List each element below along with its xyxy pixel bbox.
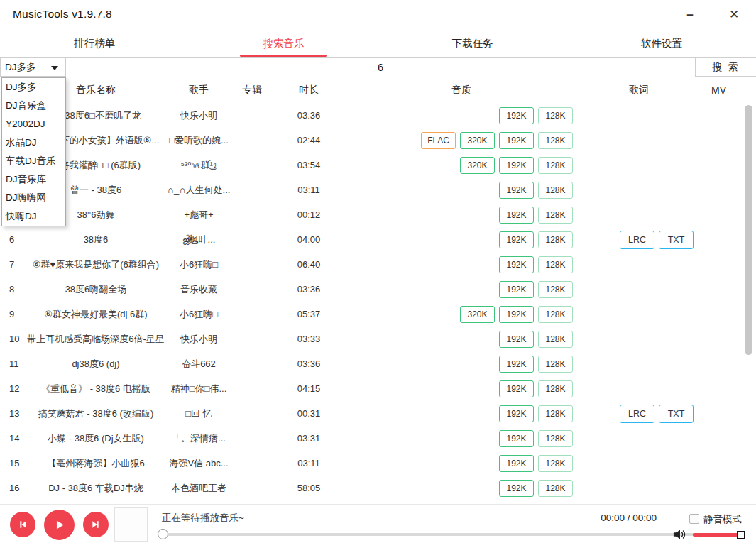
row-index: 14 (0, 433, 25, 444)
table-row[interactable]: 16倍38度6□不磨叽了龙快乐小明03:36192K128K (0, 103, 738, 128)
volume-slider-thumb[interactable] (737, 531, 745, 539)
table-row[interactable]: 13搞笑蘑菇君 - 38度6 (改编版)□回 忆00:31192K128KLRC… (0, 401, 738, 426)
row-index: 13 (0, 408, 25, 419)
album-art-placeholder (114, 507, 148, 542)
player-bar: 正在等待播放音乐~ 00:00 / 00:00 静音模式 (0, 504, 756, 543)
quality-128k-button[interactable]: 128K (538, 107, 573, 124)
quality-192k-button[interactable]: 192K (499, 207, 534, 224)
quality-192k-button[interactable]: 192K (499, 256, 534, 273)
quality-128k-button[interactable]: 128K (538, 182, 573, 199)
song-duration: 06:40 (273, 259, 344, 270)
song-name: 38度6 (25, 234, 167, 246)
table-row[interactable]: 10带上耳机感受高临场深度6倍-星星快乐小明03:33192K128K (0, 327, 738, 351)
lyrics-txt-button[interactable]: TXT (659, 405, 694, 423)
song-name: DJ - 38度6 车载DJ串烧 (25, 482, 167, 495)
search-button[interactable]: 搜 索 (695, 57, 756, 77)
table-row[interactable]: 14小蝶 - 38度6 (Dj女生版)「。深情痞...03:31192K128K (0, 426, 738, 451)
quality-192k-button[interactable]: 192K (499, 231, 534, 248)
scrollbar-thumb[interactable] (745, 105, 752, 355)
lyrics-txt-button[interactable]: TXT (659, 231, 694, 249)
quality-128k-button[interactable]: 128K (538, 256, 573, 273)
song-artist: 小6狂嗨□ (167, 258, 231, 271)
quality-128k-button[interactable]: 128K (538, 132, 573, 149)
table-row[interactable]: 12《重低音》 - 38度6 电摇版精神□你□伟...04:15192K128K (0, 376, 738, 401)
chevron-down-icon (51, 66, 58, 70)
table-row[interactable]: 538°6劲舞+彪哥+00:12192K128K (0, 202, 738, 227)
quality-128k-button[interactable]: 128K (538, 231, 573, 248)
song-artist: +彪哥+ (167, 209, 231, 221)
quality-buttons: 192K128K (344, 480, 579, 497)
quality-128k-button[interactable]: 128K (538, 281, 573, 298)
quality-320k-button[interactable]: 320K (460, 132, 495, 149)
table-row[interactable]: 3你将我灌醉□□ (6群版)⁵²⁰ᝰ群¹⁴ꦿ03:54320K192K128K (0, 153, 738, 177)
quality-128k-button[interactable]: 128K (538, 430, 573, 447)
table-row[interactable]: 638度6ஜ᭄枫ꦿ叶...04:00192K128KLRCTXT (0, 227, 738, 252)
tab-settings[interactable]: 软件设置 (567, 31, 756, 57)
quality-192k-button[interactable]: 192K (499, 405, 534, 422)
quality-192k-button[interactable]: 192K (499, 380, 534, 397)
progress-slider[interactable] (162, 533, 738, 536)
dropdown-option[interactable]: DJ多多 (2, 78, 65, 97)
quality-192k-button[interactable]: 192K (499, 455, 534, 472)
quality-192k-button[interactable]: 192K (499, 331, 534, 348)
dropdown-option[interactable]: 快嗨DJ (2, 207, 65, 226)
song-table: 音乐名称 歌手 专辑 时长 音质 歌词 MV 16倍38度6□不磨叽了龙快乐小明… (0, 77, 738, 500)
quality-128k-button[interactable]: 128K (538, 380, 573, 397)
quality-128k-button[interactable]: 128K (538, 455, 573, 472)
quality-128k-button[interactable]: 128K (538, 405, 573, 422)
quality-flac-button[interactable]: FLAC (421, 132, 456, 149)
next-track-button[interactable] (83, 512, 109, 537)
mute-checkbox[interactable] (689, 514, 699, 524)
play-button[interactable] (44, 510, 75, 540)
quality-buttons: 192K128K (344, 231, 579, 248)
tab-download-tasks[interactable]: 下载任务 (378, 31, 567, 57)
quality-128k-button[interactable]: 128K (538, 306, 573, 323)
dropdown-option[interactable]: 车载DJ音乐 (2, 152, 65, 170)
quality-192k-button[interactable]: 192K (499, 306, 534, 323)
quality-192k-button[interactable]: 192K (499, 356, 534, 373)
quality-320k-button[interactable]: 320K (460, 306, 495, 323)
song-duration: 05:37 (273, 309, 344, 319)
close-button[interactable]: ✕ (723, 6, 745, 24)
minimize-button[interactable]: – (679, 6, 701, 24)
tab-ranking[interactable]: 排行榜单 (0, 31, 189, 57)
table-row[interactable]: 838度6嗨翻全场音乐收藏03:36192K128K (0, 277, 738, 302)
quality-192k-button[interactable]: 192K (499, 132, 534, 149)
dropdown-option[interactable]: DJ音乐盒 (2, 97, 65, 115)
quality-buttons: 192K128K (344, 356, 579, 373)
source-select-value: DJ多多 (5, 62, 36, 72)
table-row[interactable]: 15【亳州蒋海强】小曲狠6海强V信 abc...03:11192K128K (0, 451, 738, 476)
quality-192k-button[interactable]: 192K (499, 107, 534, 124)
quality-128k-button[interactable]: 128K (538, 480, 573, 497)
quality-192k-button[interactable]: 192K (499, 157, 534, 174)
table-row[interactable]: 4曾一 - 38度6∩_∩人生何处...03:11192K128K (0, 177, 738, 202)
table-row[interactable]: 16DJ - 38度6 车载DJ串烧本色酒吧王者58:05192K128K (0, 476, 738, 500)
quality-buttons: 192K128K (344, 331, 579, 348)
quality-128k-button[interactable]: 128K (538, 157, 573, 174)
source-select[interactable]: DJ多多 (0, 57, 66, 77)
search-input[interactable] (66, 57, 695, 77)
table-row[interactable]: 9⑥群女神最好最美(dj 6群)小6狂嗨□05:37320K192K128K (0, 302, 738, 327)
previous-track-button[interactable] (10, 512, 35, 537)
lyrics-lrc-button[interactable]: LRC (620, 231, 654, 249)
quality-320k-button[interactable]: 320K (460, 157, 495, 174)
quality-128k-button[interactable]: 128K (538, 331, 573, 348)
table-row[interactable]: 11dj38度6 (dj)奋斗66203:36192K128K (0, 351, 738, 376)
quality-128k-button[interactable]: 128K (538, 356, 573, 373)
tab-search-music[interactable]: 搜索音乐 (189, 31, 378, 57)
lyrics-lrc-button[interactable]: LRC (620, 405, 654, 423)
quality-128k-button[interactable]: 128K (538, 207, 573, 224)
dropdown-option[interactable]: Y2002DJ (2, 115, 65, 133)
dropdown-option[interactable]: DJ嗨嗨网 (2, 189, 65, 207)
quality-192k-button[interactable]: 192K (499, 281, 534, 298)
quality-192k-button[interactable]: 192K (499, 430, 534, 447)
table-row[interactable]: 2【路灯下的小女孩】外语版⑥...□爱听歌的婉...02:44FLAC320K1… (0, 128, 738, 153)
progress-slider-thumb[interactable] (158, 529, 168, 539)
table-row[interactable]: 7⑥群♥原来我是想你了(6群组合)小6狂嗨□06:40192K128K (0, 252, 738, 277)
quality-192k-button[interactable]: 192K (499, 480, 534, 497)
quality-192k-button[interactable]: 192K (499, 182, 534, 199)
dropdown-option[interactable]: 水晶DJ (2, 133, 65, 152)
dropdown-option[interactable]: DJ音乐库 (2, 170, 65, 189)
song-artist: 本色酒吧王者 (167, 482, 231, 495)
header-quality: 音质 (344, 84, 579, 97)
